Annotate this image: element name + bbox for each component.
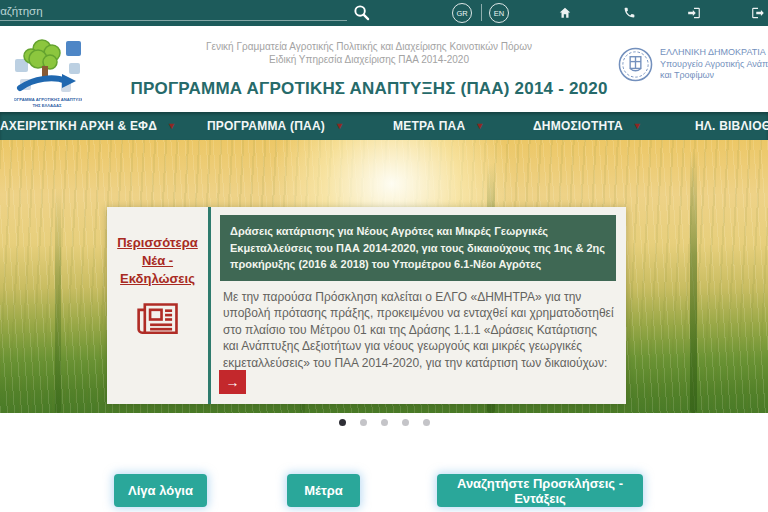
nav-label: ΜΕΤΡΑ ΠΑΑ xyxy=(393,119,465,133)
nav-label: ΔΗΜΟΣΙΟΤΗΤΑ xyxy=(533,119,623,133)
nav-label: ΗΛ. ΒΙΒΛΙΟΘΗΚΗ xyxy=(695,119,768,133)
paa-logo-caption-1: ΠΡΟΓΡΑΜΜΑ ΑΓΡΟΤΙΚΗΣ ΑΝΑΠΤΥΞΗΣ xyxy=(14,97,82,102)
sign-in-icon[interactable] xyxy=(686,6,701,21)
carousel-dot[interactable] xyxy=(423,419,430,426)
wheat-stalk xyxy=(690,151,697,413)
chevron-down-icon: ▾ xyxy=(477,121,482,131)
more-news-link[interactable]: Περισσότερα Νέα - Εκδηλώσεις xyxy=(107,234,208,288)
chevron-down-icon: ▾ xyxy=(635,121,640,131)
carousel-slide: Δράσεις κατάρτισης για Νέους Αγρότες και… xyxy=(211,207,626,404)
language-en-button[interactable]: EN xyxy=(489,3,509,23)
ministry-logo: ΕΛΛΗΝΙΚΗ ΔΗΜΟΚΡΑΤΙΑ Υπουργείο Αγροτικής … xyxy=(618,47,768,82)
ministry-text: ΕΛΛΗΝΙΚΗ ΔΗΜΟΚΡΑΤΙΑ Υπουργείο Αγροτικής … xyxy=(660,47,768,82)
ministry-line-3: και Τροφίμων xyxy=(660,70,768,82)
carousel-dot[interactable] xyxy=(402,419,409,426)
home-icon[interactable] xyxy=(557,6,572,21)
carousel-dot[interactable] xyxy=(339,419,346,426)
nav-item-e-library[interactable]: ΗΛ. ΒΙΒΛΙΟΘΗΚΗ xyxy=(695,112,768,140)
language-gr-button[interactable]: GR xyxy=(452,3,472,23)
news-carousel-card: Περισσότερα Νέα - Εκδηλώσεις xyxy=(107,207,626,404)
nav-item-program-paa[interactable]: ΠΡΟΓΡΑΜΜΑ (ΠΑΑ) ▾ xyxy=(207,112,342,140)
paa-logo-caption-2: ΤΗΣ ΕΛΛΑΔΑΣ xyxy=(32,103,62,108)
slide-title: Δράσεις κατάρτισης για Νέους Αγρότες και… xyxy=(220,215,616,281)
topbar-divider xyxy=(481,4,482,21)
carousel-dot[interactable] xyxy=(381,419,388,426)
chevron-down-icon: ▾ xyxy=(169,121,174,131)
slide-body: Με την παρούσα Πρόσκληση καλείται ο ΕΛΓΟ… xyxy=(220,289,616,373)
hero-wheat-field-image: Περισσότερα Νέα - Εκδηλώσεις xyxy=(0,140,768,413)
main-nav: ΑΧΕΙΡΙΣΤΙΚΗ ΑΡΧΗ & ΕΦΔ ▾ ΠΡΟΓΡΑΜΜΑ (ΠΑΑ)… xyxy=(0,112,768,140)
nav-item-publicity[interactable]: ΔΗΜΟΣΙΟΤΗΤΑ ▾ xyxy=(533,112,640,140)
phone-icon[interactable] xyxy=(622,6,637,21)
search-input[interactable] xyxy=(0,2,347,21)
search-icon[interactable] xyxy=(352,4,370,22)
nav-label: ΠΡΟΓΡΑΜΜΑ (ΠΑΑ) xyxy=(207,119,325,133)
quick-button-search-calls[interactable]: Αναζητήστε Προσκλήσεις - Εντάξεις xyxy=(437,474,643,507)
quick-button-about[interactable]: Λίγα λόγια xyxy=(114,474,207,507)
page-title: ΠΡΟΓΡΑΜΜΑ ΑΓΡΟΤΙΚΗΣ ΑΝΑΠΤΥΞΗΣ (ΠΑΑ) 2014… xyxy=(120,79,618,99)
nav-label: ΑΧΕΙΡΙΣΤΙΚΗ ΑΡΧΗ & ΕΦΔ xyxy=(0,119,157,133)
header: ΠΡΟΓΡΑΜΜΑ ΑΓΡΟΤΙΚΗΣ ΑΝΑΠΤΥΞΗΣ ΤΗΣ ΕΛΛΑΔΑ… xyxy=(0,26,768,112)
carousel-dots xyxy=(0,419,768,426)
carousel-card-left: Περισσότερα Νέα - Εκδηλώσεις xyxy=(107,207,208,404)
header-center: Γενική Γραμματεία Αγροτικής Πολιτικής κα… xyxy=(120,40,618,99)
slide-read-more-button[interactable]: → xyxy=(219,370,246,394)
wheat-stalk xyxy=(55,188,61,413)
paa-program-logo[interactable]: ΠΡΟΓΡΑΜΜΑ ΑΓΡΟΤΙΚΗΣ ΑΝΑΠΤΥΞΗΣ ΤΗΣ ΕΛΛΑΔΑ… xyxy=(14,35,82,109)
page: GR EN xyxy=(0,0,768,512)
ministry-line-2: Υπουργείο Αγροτικής Ανάπτυξης xyxy=(660,59,768,71)
topbar: GR EN xyxy=(0,0,768,26)
ministry-line-1: ΕΛΛΗΝΙΚΗ ΔΗΜΟΚΡΑΤΙΑ xyxy=(660,47,768,59)
greek-republic-emblem-icon xyxy=(618,47,653,82)
org-line-1: Γενική Γραμματεία Αγροτικής Πολιτικής κα… xyxy=(120,40,618,53)
nav-item-managing-authority[interactable]: ΑΧΕΙΡΙΣΤΙΚΗ ΑΡΧΗ & ΕΦΔ ▾ xyxy=(0,112,174,140)
newspaper-icon xyxy=(107,301,208,342)
org-line-2: Ειδική Υπηρεσία Διαχείρισης ΠΑΑ 2014-202… xyxy=(120,53,618,66)
nav-item-metra-paa[interactable]: ΜΕΤΡΑ ΠΑΑ ▾ xyxy=(393,112,482,140)
quick-button-measures[interactable]: Μέτρα xyxy=(287,474,360,507)
chevron-down-icon: ▾ xyxy=(337,121,342,131)
sign-out-icon[interactable] xyxy=(750,6,765,21)
carousel-dot[interactable] xyxy=(360,419,367,426)
